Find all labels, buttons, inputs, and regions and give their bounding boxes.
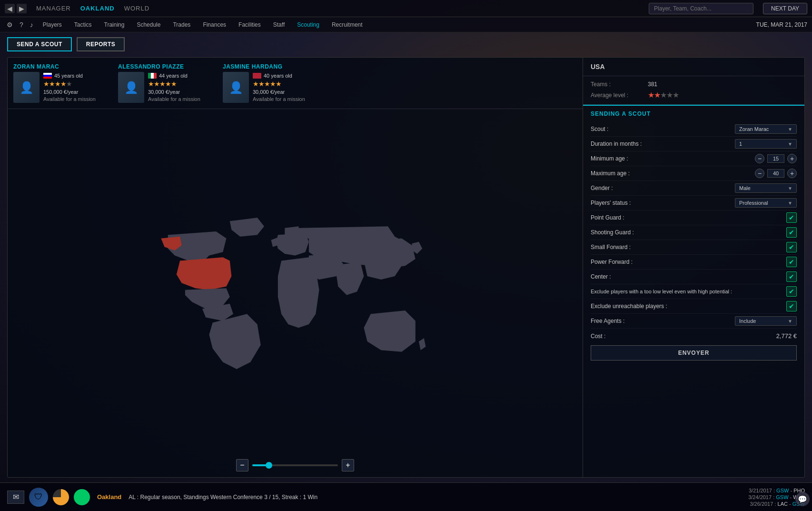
reports-button[interactable]: REPORTS bbox=[77, 37, 125, 51]
cost-label: Cost : bbox=[591, 333, 605, 340]
exclude-low-checkbox[interactable]: ✔ bbox=[786, 286, 797, 297]
map-area[interactable]: − + bbox=[8, 109, 583, 477]
max-age-stepper: − 40 + bbox=[755, 169, 797, 178]
duration-selector[interactable]: 1 ▼ bbox=[735, 139, 797, 149]
oakland-label[interactable]: OAKLAND bbox=[80, 5, 115, 12]
min-age-decrease[interactable]: − bbox=[755, 154, 764, 163]
nav-players[interactable]: Players bbox=[38, 20, 67, 30]
manager-label: MANAGER bbox=[36, 5, 71, 12]
sending-section: SENDING A SCOUT Scout : Zoran Marac ▼ Du… bbox=[583, 105, 804, 365]
gender-selector[interactable]: Male ▼ bbox=[735, 183, 797, 193]
shield-icon[interactable]: 🛡 bbox=[29, 488, 48, 507]
scout-avatar-0: 👤 bbox=[13, 72, 40, 103]
search-input[interactable] bbox=[649, 3, 753, 14]
region-name: USA bbox=[591, 63, 605, 70]
nav-tactics[interactable]: Tactics bbox=[69, 20, 97, 30]
min-age-stepper: − 15 + bbox=[755, 154, 797, 163]
right-panel: USA Teams : 381 Average level : ★★★★★ SE… bbox=[583, 58, 804, 477]
free-agents-label: Free Agents : bbox=[591, 318, 624, 324]
forward-arrow[interactable]: ▶ bbox=[17, 4, 27, 13]
free-agents-value: Include bbox=[739, 318, 756, 324]
nav-training[interactable]: Training bbox=[99, 20, 129, 30]
chat-bubble[interactable]: 💬 bbox=[795, 492, 810, 506]
main-panel: ZORAN MARAC 👤 45 years old ★★★★★ 150,000… bbox=[7, 57, 805, 478]
scout-details-2: 40 years old ★★★★★ 30,000 €/year Availab… bbox=[253, 73, 305, 102]
action-buttons: SEND A SCOUT REPORTS bbox=[7, 37, 805, 51]
scout-avatar-1: 👤 bbox=[118, 72, 144, 103]
gender-label: Gender : bbox=[591, 185, 613, 191]
back-arrow[interactable]: ◀ bbox=[5, 4, 15, 13]
exclude-unreachable-checkbox[interactable]: ✔ bbox=[786, 301, 797, 311]
nav-staff[interactable]: Staff bbox=[268, 20, 289, 30]
nav-finances[interactable]: Finances bbox=[198, 20, 231, 30]
free-agents-form-row: Free Agents : Include ▼ bbox=[591, 314, 797, 329]
progress-circle-icon[interactable] bbox=[53, 489, 69, 505]
scout-salary-0: 150,000 €/year bbox=[43, 89, 96, 95]
scout-info-1: 👤 44 years old ★★★★★ 30,000 €/year Avail… bbox=[118, 72, 213, 103]
center-checkbox[interactable]: ✔ bbox=[786, 271, 797, 282]
point-guard-checkbox[interactable]: ✔ bbox=[786, 212, 797, 223]
help-icon[interactable]: ? bbox=[18, 21, 25, 29]
flag-usa bbox=[253, 73, 261, 79]
small-forward-checkbox[interactable]: ✔ bbox=[786, 242, 797, 252]
status-circle-icon[interactable] bbox=[74, 489, 90, 505]
zoom-slider-track[interactable] bbox=[252, 464, 338, 466]
scout-flag-age-1: 44 years old bbox=[148, 73, 200, 79]
nav-facilities[interactable]: Facilities bbox=[234, 20, 266, 30]
max-age-increase[interactable]: + bbox=[787, 169, 797, 178]
point-guard-label: Point Guard : bbox=[591, 214, 624, 221]
duration-dropdown-arrow: ▼ bbox=[788, 141, 792, 147]
small-forward-label: Small Forward : bbox=[591, 244, 631, 250]
map-controls: − + bbox=[236, 459, 354, 471]
scouts-row: ZORAN MARAC 👤 45 years old ★★★★★ 150,000… bbox=[8, 58, 583, 109]
exclude-low-label: Exclude players with a too low level eve… bbox=[591, 289, 732, 294]
zoom-slider-thumb[interactable] bbox=[266, 462, 272, 469]
scout-stars-1: ★★★★★ bbox=[148, 80, 200, 88]
small-forward-row: Small Forward : ✔ bbox=[591, 240, 797, 255]
min-age-label: Minimum age : bbox=[591, 155, 628, 162]
duration-form-row: Duration in months : 1 ▼ bbox=[591, 137, 797, 151]
scout-card-0[interactable]: ZORAN MARAC 👤 45 years old ★★★★★ 150,000… bbox=[13, 63, 109, 103]
settings-icon[interactable]: ⚙ bbox=[5, 21, 15, 29]
world-label[interactable]: WORLD bbox=[124, 5, 149, 12]
zoom-in-button[interactable]: + bbox=[342, 459, 354, 471]
scout-name-1: ALESSANDRO PIAZZE bbox=[118, 63, 213, 70]
status-bar: ✉ 🛡 Oakland AL : Regular season, Standin… bbox=[0, 482, 812, 511]
mail-icon[interactable]: ✉ bbox=[7, 491, 24, 504]
zoom-slider-fill bbox=[252, 464, 267, 466]
scout-age-2: 40 years old bbox=[264, 73, 292, 79]
team-name: Oakland bbox=[97, 493, 121, 501]
exclude-unreachable-row: Exclude unreachable players : ✔ bbox=[591, 299, 797, 314]
nav-scouting[interactable]: Scouting bbox=[292, 20, 324, 30]
world-map[interactable] bbox=[140, 203, 450, 384]
scout-card-2[interactable]: JASMINE HARDANG 👤 40 years old ★★★★★ 30,… bbox=[223, 63, 318, 103]
players-status-selector[interactable]: Professional ▼ bbox=[735, 198, 797, 208]
nav-date: TUE, MAR 21, 2017 bbox=[756, 21, 807, 28]
shooting-guard-checkbox[interactable]: ✔ bbox=[786, 227, 797, 238]
exclude-low-row: Exclude players with a too low level eve… bbox=[591, 284, 797, 299]
scout-avatar-2: 👤 bbox=[223, 72, 249, 103]
max-age-form-row: Maximum age : − 40 + bbox=[591, 166, 797, 181]
gender-dropdown-arrow: ▼ bbox=[788, 186, 792, 191]
power-forward-checkbox[interactable]: ✔ bbox=[786, 257, 797, 267]
cost-value: 2,772 € bbox=[776, 332, 797, 340]
scout-age-0: 45 years old bbox=[54, 73, 83, 79]
scout-form-label: Scout : bbox=[591, 126, 608, 132]
top-navigation: ◀ ▶ MANAGER OAKLAND WORLD NEXT DAY bbox=[0, 0, 812, 17]
nav-recruitment[interactable]: Recruitment bbox=[327, 20, 367, 30]
envoyer-button[interactable]: ENVOYER bbox=[591, 345, 797, 361]
free-agents-selector[interactable]: Include ▼ bbox=[735, 316, 797, 326]
scout-card-1[interactable]: ALESSANDRO PIAZZE 👤 44 years old ★★★★★ 3… bbox=[118, 63, 213, 103]
zoom-out-button[interactable]: − bbox=[236, 459, 248, 471]
nav-trades[interactable]: Trades bbox=[168, 20, 195, 30]
scout-details-0: 45 years old ★★★★★ 150,000 €/year Availa… bbox=[43, 73, 96, 102]
scout-selector[interactable]: Zoran Marac ▼ bbox=[735, 124, 797, 134]
send-scout-button[interactable]: SEND A SCOUT bbox=[7, 37, 72, 51]
gender-value: Male bbox=[739, 185, 751, 191]
scout-status-1: Available for a mission bbox=[148, 96, 200, 102]
min-age-increase[interactable]: + bbox=[787, 154, 797, 163]
max-age-decrease[interactable]: − bbox=[755, 169, 764, 178]
next-day-button[interactable]: NEXT DAY bbox=[763, 3, 807, 14]
nav-schedule[interactable]: Schedule bbox=[132, 20, 165, 30]
music-icon[interactable]: ♪ bbox=[28, 21, 35, 29]
